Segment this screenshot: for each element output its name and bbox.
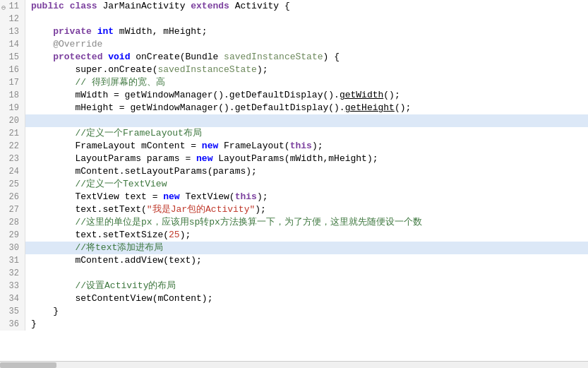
code-row: 36} xyxy=(0,318,588,331)
code-row: 23 LayoutParams params = new LayoutParam… xyxy=(0,153,588,165)
line-content: super.onCreate(savedInstanceState); xyxy=(25,64,588,76)
line-content: //这里的单位是px，应该用sp转px方法换算一下，为了方便，这里就先随便设一个… xyxy=(25,216,588,229)
override-icon: ⊖ xyxy=(1,2,6,15)
line-content: protected void onCreate(Bundle savedInst… xyxy=(25,51,588,64)
code-row: 16 super.onCreate(savedInstanceState); xyxy=(0,64,588,76)
line-content: TextView text = new TextView(this); xyxy=(25,191,588,203)
line-content xyxy=(25,13,588,25)
code-row: 33 //设置Activity的布局 xyxy=(0,280,588,292)
line-number: 31 xyxy=(0,254,25,267)
line-number: 33 xyxy=(0,280,25,292)
code-row: 32 xyxy=(0,267,588,280)
line-content: //定义一个FrameLayout布局 xyxy=(25,127,588,140)
line-number: 19 xyxy=(0,102,25,114)
line-content: //将text添加进布局 xyxy=(25,242,588,254)
code-row: 27 text.setText("我是Jar包的Activity"); xyxy=(0,203,588,216)
code-row: 35 } xyxy=(0,305,588,318)
code-row: 26 TextView text = new TextView(this); xyxy=(0,191,588,203)
line-number: 22 xyxy=(0,140,25,153)
code-row: 21 //定义一个FrameLayout布局 xyxy=(0,127,588,140)
code-row: 11public class JarMainActivity extends A… xyxy=(0,0,588,13)
line-content: mHeight = getWindowManager().getDefaultD… xyxy=(25,102,588,114)
line-number: 15 xyxy=(0,51,25,64)
line-content: text.setText("我是Jar包的Activity"); xyxy=(25,203,588,216)
line-content xyxy=(25,267,588,280)
line-number: 17 xyxy=(0,76,25,89)
line-content: //设置Activity的布局 xyxy=(25,280,588,292)
line-number: 25 xyxy=(0,178,25,191)
line-content: setContentView(mContent); xyxy=(25,292,588,305)
line-content: @Override xyxy=(25,38,588,51)
code-row: 13 private int mWidth, mHeight; xyxy=(0,25,588,38)
code-row: 20 xyxy=(0,114,588,127)
code-row: 15 protected void onCreate(Bundle savedI… xyxy=(0,51,588,64)
code-row: 25 //定义一个TextView xyxy=(0,178,588,191)
line-number: ⊖14 xyxy=(0,38,25,51)
code-row: 30 //将text添加进布局 xyxy=(0,242,588,254)
code-row: 12 xyxy=(0,13,588,25)
code-lines: 11public class JarMainActivity extends A… xyxy=(0,0,588,331)
code-row: 19 mHeight = getWindowManager().getDefau… xyxy=(0,102,588,114)
line-content: public class JarMainActivity extends Act… xyxy=(25,0,588,13)
line-number: 29 xyxy=(0,229,25,242)
code-row: 31 mContent.addView(text); xyxy=(0,254,588,267)
scrollbar-thumb[interactable] xyxy=(0,362,56,368)
line-content: } xyxy=(25,305,588,318)
line-content: FrameLayout mContent = new FrameLayout(t… xyxy=(25,140,588,153)
line-number: 24 xyxy=(0,165,25,178)
code-row: 34 setContentView(mContent); xyxy=(0,292,588,305)
line-number: 32 xyxy=(0,267,25,280)
code-row: 24 mContent.setLayoutParams(params); xyxy=(0,165,588,178)
line-number: 20 xyxy=(0,114,25,127)
line-number: 13 xyxy=(0,25,25,38)
code-row: 18 mWidth = getWindowManager().getDefaul… xyxy=(0,89,588,102)
code-row: 22 FrameLayout mContent = new FrameLayou… xyxy=(0,140,588,153)
line-content: } xyxy=(25,318,588,331)
line-number: 34 xyxy=(0,292,25,305)
line-content: text.setTextSize(25); xyxy=(25,229,588,242)
line-number: 36 xyxy=(0,318,25,331)
line-number: 30 xyxy=(0,242,25,254)
line-number: 16 xyxy=(0,64,25,76)
code-row: 29 text.setTextSize(25); xyxy=(0,229,588,242)
line-number: 28 xyxy=(0,216,25,229)
line-content: //定义一个TextView xyxy=(25,178,588,191)
code-row: ⊖14 @Override xyxy=(0,38,588,51)
line-content: mWidth = getWindowManager().getDefaultDi… xyxy=(25,89,588,102)
line-number: 21 xyxy=(0,127,25,140)
horizontal-scrollbar[interactable] xyxy=(0,361,588,368)
line-content: private int mWidth, mHeight; xyxy=(25,25,588,38)
line-number: 23 xyxy=(0,153,25,165)
line-content: LayoutParams params = new LayoutParams(m… xyxy=(25,153,588,165)
line-number: 35 xyxy=(0,305,25,318)
line-content: // 得到屏幕的宽、高 xyxy=(25,76,588,89)
line-content: mContent.addView(text); xyxy=(25,254,588,267)
code-row: 17 // 得到屏幕的宽、高 xyxy=(0,76,588,89)
line-content xyxy=(25,114,588,127)
line-content: mContent.setLayoutParams(params); xyxy=(25,165,588,178)
line-number: 26 xyxy=(0,191,25,203)
line-number: 27 xyxy=(0,203,25,216)
line-number: 18 xyxy=(0,89,25,102)
code-editor: 11public class JarMainActivity extends A… xyxy=(0,0,588,368)
code-row: 28 //这里的单位是px，应该用sp转px方法换算一下，为了方便，这里就先随便… xyxy=(0,216,588,229)
